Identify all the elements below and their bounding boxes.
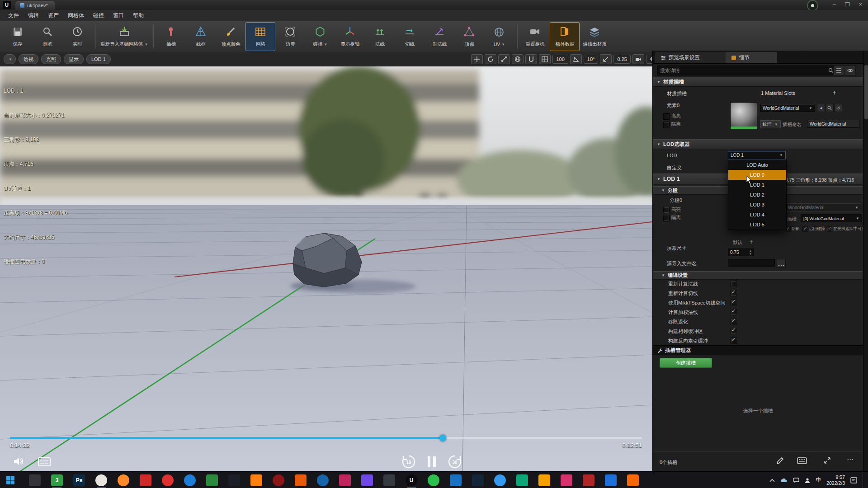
browse-asset-button[interactable] — [826, 104, 834, 112]
material-combo[interactable]: WorldGridMaterial▼ — [760, 104, 815, 112]
reset-asset-button[interactable]: ↺ — [834, 104, 842, 112]
lod-dropdown-item[interactable]: LOD Auto — [728, 160, 786, 170]
taskbar-app-icon[interactable] — [228, 474, 240, 486]
taskbar-app-icon[interactable] — [29, 474, 41, 486]
tab-preview-scene-settings[interactable]: 预览场景设置 — [655, 52, 734, 63]
rotate-tool-icon[interactable] — [485, 54, 496, 64]
lod-dropdown-item[interactable]: LOD 3 — [728, 200, 786, 210]
uv-button[interactable]: UV▼ — [484, 22, 514, 51]
taskbar-app-icon[interactable] — [494, 474, 506, 486]
section-lod-picker[interactable]: ▼ LOD选取器 — [653, 139, 863, 149]
taskbar-app-icon[interactable] — [561, 474, 572, 486]
raytrace-visible-checkbox[interactable] — [827, 226, 832, 232]
slot-name-input[interactable]: WorldGridMaterial — [807, 120, 859, 128]
taskbar-app-icon[interactable] — [627, 474, 639, 486]
rotation-snap-icon[interactable] — [570, 54, 582, 64]
perspective-button[interactable]: 透视 — [19, 54, 38, 64]
spinner-arrows-icon[interactable]: ▲▼ — [749, 249, 752, 256]
lod-level-button[interactable]: LOD 1 — [86, 54, 111, 64]
camera-speed-value[interactable]: 4 — [646, 55, 652, 64]
build-setting-checkbox[interactable] — [731, 309, 737, 315]
video-timeline[interactable] — [10, 437, 642, 439]
tray-message-icon[interactable] — [793, 478, 799, 483]
taskbar-app-icon[interactable] — [317, 474, 329, 486]
menu-edit[interactable]: 编辑 — [24, 10, 43, 21]
build-setting-checkbox[interactable] — [731, 300, 737, 306]
browse-file-button[interactable]: … — [777, 259, 786, 267]
taskbar-app-icon[interactable] — [472, 474, 484, 486]
lod-dropdown-item[interactable]: LOD 2 — [728, 190, 786, 200]
scrollbar-thumb[interactable] — [864, 65, 868, 119]
timeline-handle[interactable] — [439, 435, 446, 441]
panel-scrollbar[interactable] — [863, 51, 868, 471]
taskbar-app-icon[interactable]: Ps — [73, 474, 85, 486]
taskbar-app-icon[interactable] — [450, 474, 462, 486]
tray-cloud-icon[interactable] — [780, 478, 788, 483]
taskbar-app-icon[interactable] — [250, 474, 262, 486]
show-desktop-button[interactable] — [863, 472, 865, 488]
menu-asset[interactable]: 资产 — [43, 10, 63, 21]
bake-materials-button[interactable]: 烘焙出材质 — [580, 22, 609, 51]
texture-button[interactable]: 纹理▼ — [760, 120, 781, 128]
additional-data-button[interactable]: 额外数据 — [550, 22, 580, 51]
lit-mode-button[interactable]: 光照 — [41, 54, 61, 64]
start-button[interactable] — [0, 472, 21, 488]
add-material-slot-button[interactable]: ＋ — [831, 89, 837, 97]
lod-dropdown-item[interactable]: LOD 5 — [728, 220, 786, 230]
reset-camera-button[interactable]: 重置相机 — [520, 22, 550, 51]
minimize-button[interactable]: – — [828, 0, 841, 9]
panel-list-options-button[interactable] — [833, 66, 844, 75]
wireframe-button[interactable]: 线框 — [186, 22, 216, 51]
build-setting-checkbox[interactable] — [731, 281, 737, 287]
taskbar-app-icon[interactable] — [184, 474, 196, 486]
taskbar-app-icon[interactable] — [538, 474, 550, 486]
taskbar-app-icon[interactable] — [95, 474, 107, 486]
world-coordinate-icon[interactable] — [512, 54, 524, 64]
grid-snap-value[interactable]: 100 — [552, 55, 568, 64]
surface-snap-icon[interactable] — [525, 54, 537, 64]
taskbar-app-icon[interactable] — [118, 474, 129, 486]
tangents-button[interactable]: 切线 — [395, 22, 425, 51]
tray-chevron-icon[interactable] — [769, 479, 775, 482]
search-input[interactable]: 搜索详情 — [657, 66, 837, 75]
enable-collision-checkbox[interactable] — [802, 226, 808, 232]
collapse-panel-button[interactable] — [823, 456, 831, 466]
section-material-slots[interactable]: ▼ 材质插槽 — [653, 77, 863, 87]
taskbar-app-icon[interactable]: U — [406, 474, 417, 486]
isolate-checkbox[interactable] — [663, 122, 670, 128]
menu-collision[interactable]: 碰撞 — [89, 10, 108, 21]
taskbar-app-icon[interactable] — [605, 474, 617, 486]
camera-speed-icon[interactable] — [632, 54, 644, 64]
lod-dropdown-item[interactable]: LOD 0 — [728, 170, 786, 180]
maximize-button[interactable]: ❐ — [841, 0, 854, 9]
taskbar-app-icon[interactable] — [428, 474, 439, 486]
section-highlight-checkbox[interactable] — [663, 207, 670, 213]
menu-help[interactable]: 帮助 — [128, 10, 148, 21]
rotation-snap-value[interactable]: 10° — [584, 55, 599, 64]
binormals-button[interactable]: 副法线 — [425, 22, 454, 51]
taskbar-app-icon[interactable] — [140, 474, 151, 486]
more-options-button[interactable]: ⋯ — [847, 455, 854, 464]
volume-button[interactable] — [12, 455, 26, 468]
material-thumbnail[interactable] — [730, 102, 757, 129]
taskbar-app-icon[interactable] — [383, 474, 395, 486]
taskbar-app-icon[interactable] — [583, 474, 594, 486]
build-setting-checkbox[interactable] — [731, 290, 737, 296]
build-setting-checkbox[interactable] — [731, 328, 737, 334]
menu-mesh[interactable]: 网格体 — [63, 10, 89, 21]
section-isolate-checkbox[interactable] — [663, 215, 670, 221]
forward-30-button[interactable]: 30 — [447, 454, 463, 470]
taskbar-app-icon[interactable] — [339, 474, 351, 486]
subsection-build-settings[interactable]: ▼ 编译设置 — [653, 271, 863, 280]
scale-snap-value[interactable]: 0.25 — [613, 55, 630, 64]
vertex-colors-button[interactable]: 顶点颜色 — [216, 22, 245, 51]
source-file-input[interactable] — [728, 259, 775, 267]
taskbar-clock[interactable]: 9:57 2022/2/3 — [826, 474, 845, 486]
normals-button[interactable]: 法线 — [365, 22, 395, 51]
reimport-base-mesh-button[interactable]: 重新导入基础网格体▼ — [98, 22, 150, 51]
browse-button[interactable]: 浏览 — [33, 22, 62, 51]
subtitle-button[interactable] — [37, 456, 52, 467]
section-socket-manager[interactable]: 插槽管理器 — [653, 345, 863, 355]
taskbar-app-icon[interactable] — [273, 474, 284, 486]
tab-details[interactable]: 细节 — [726, 52, 777, 63]
